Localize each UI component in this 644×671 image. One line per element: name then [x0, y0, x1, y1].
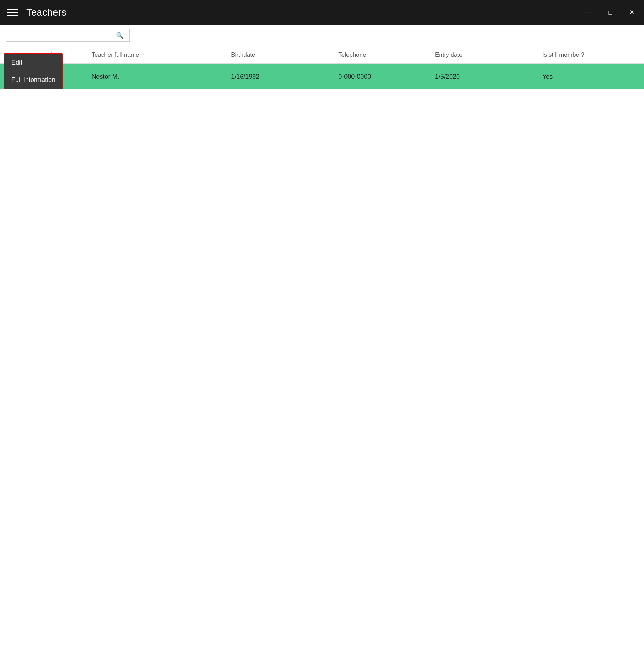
cell-birthdate: 1/16/1992 [225, 64, 333, 90]
app-title: Teachers [26, 7, 67, 18]
table-body: 1Nestor M.1/16/19920-000-00001/5/2020Yes [0, 64, 644, 90]
window-controls: — □ ✕ [584, 9, 637, 16]
title-bar-left: Teachers [7, 7, 67, 18]
cell-fullname: Nestor M. [86, 64, 225, 90]
hamburger-menu[interactable] [7, 9, 18, 16]
cell-member: Yes [537, 64, 644, 90]
col-header-entrydate: Entry date [429, 46, 537, 64]
toolbar: 🔍 [0, 25, 644, 46]
table-container: # Teacher full name Birthdate Telephone … [0, 46, 644, 89]
search-box: 🔍 [6, 29, 130, 42]
search-input[interactable] [10, 32, 116, 39]
teachers-table: # Teacher full name Birthdate Telephone … [0, 46, 644, 89]
title-bar: Teachers — □ ✕ [0, 0, 644, 25]
table-row[interactable]: 1Nestor M.1/16/19920-000-00001/5/2020Yes [0, 64, 644, 90]
context-menu-edit[interactable]: Edit [4, 54, 62, 71]
content-area: 🔍 Edit Full Information # Teacher full n… [0, 25, 644, 671]
col-header-member: Is still member? [537, 46, 644, 64]
context-menu: Edit Full Information [4, 53, 63, 89]
cell-entrydate: 1/5/2020 [429, 64, 537, 90]
col-header-telephone: Telephone [333, 46, 429, 64]
context-menu-full-information[interactable]: Full Information [4, 71, 62, 89]
table-header: # Teacher full name Birthdate Telephone … [0, 46, 644, 64]
cell-telephone: 0-000-0000 [333, 64, 429, 90]
minimize-button[interactable]: — [584, 9, 594, 16]
search-icon[interactable]: 🔍 [116, 32, 124, 39]
col-header-birthdate: Birthdate [225, 46, 333, 64]
col-header-fullname: Teacher full name [86, 46, 225, 64]
maximize-button[interactable]: □ [605, 9, 616, 16]
close-button[interactable]: ✕ [626, 9, 637, 16]
